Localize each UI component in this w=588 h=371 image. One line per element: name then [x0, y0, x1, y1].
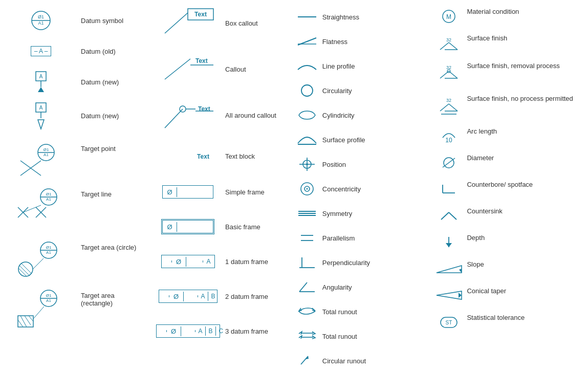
svg-line-52 [165, 109, 183, 128]
svg-line-110 [449, 212, 456, 220]
svg-line-81 [299, 282, 307, 292]
diameter-icon [433, 154, 464, 170]
countersink-row: Countersink [433, 207, 583, 226]
svg-text:A1: A1 [46, 250, 51, 255]
counterbore-label: Counterbore/ spotface [464, 181, 583, 188]
conical-taper-row: Conical taper [433, 287, 583, 305]
slope-row: Slope [433, 260, 583, 279]
svg-line-109 [441, 212, 449, 220]
target-point-icon: Ø1 A1 [5, 142, 77, 178]
depth-icon [433, 234, 464, 249]
callout-row: Text Callout [155, 54, 284, 84]
basic-frame-icon: Ø [155, 220, 221, 233]
svg-text:A: A [39, 74, 43, 79]
material-condition-label: Material condition [464, 8, 583, 15]
svg-text:Ø1: Ø1 [46, 245, 52, 250]
datum-new2-icon: A [5, 102, 77, 130]
svg-text:ST: ST [446, 320, 452, 325]
text-block-row: Text Text block [155, 146, 284, 166]
target-area-rect-icon: Ø1 A1 [5, 289, 77, 333]
svg-text:A1: A1 [38, 20, 43, 26]
symmetry-label: Symmetry [320, 210, 424, 217]
perpendicularity-label: Perpendicularity [320, 259, 424, 267]
datum-symbol-row: Ø1 A1 Datum symbol [5, 8, 144, 33]
svg-text:Text: Text [198, 105, 210, 113]
total-runout-icon [294, 305, 320, 318]
symmetry-row: Symmetry [294, 204, 424, 223]
svg-marker-115 [437, 291, 462, 299]
concentricity-icon [294, 181, 320, 197]
svg-line-49 [165, 59, 190, 79]
datum-frame-2-label: 2 datum frame [221, 293, 284, 300]
box-callout-row: Text Box callout [155, 8, 284, 38]
svg-text:10: 10 [446, 137, 453, 144]
angularity-icon [294, 280, 320, 294]
svg-point-73 [306, 188, 308, 190]
surface-finish-label: Surface finish [464, 34, 583, 42]
svg-line-100 [440, 104, 449, 111]
svg-line-41 [18, 320, 23, 327]
svg-text:Text: Text [194, 11, 207, 18]
arc-length-icon: 10 [433, 127, 464, 144]
datum-frame-3-row: Ø A B C 3 datum frame [155, 321, 284, 341]
total-runout2-row: Total runout [294, 327, 424, 345]
total-runout-row: Total runout [294, 302, 424, 321]
text-block-label: Text block [221, 152, 284, 160]
svg-line-34 [18, 268, 27, 276]
counterbore-icon [433, 181, 464, 196]
surface-finish-removal-icon: 32 [433, 62, 464, 84]
depth-row: Depth [433, 234, 583, 252]
svg-text:A1: A1 [46, 197, 51, 202]
arc-length-label: Arc length [464, 127, 583, 135]
svg-text:32: 32 [446, 37, 451, 42]
svg-text:M: M [446, 13, 451, 20]
datum-new1-icon: A [5, 69, 77, 95]
svg-line-91 [440, 42, 449, 50]
line-profile-row: Line profile [294, 57, 424, 75]
target-line-label: Target line [77, 188, 144, 198]
datum-old-icon: – A – [5, 46, 77, 56]
conical-taper-icon [433, 287, 464, 302]
box-callout-icon: Text [155, 8, 221, 38]
straightness-label: Straightness [320, 13, 424, 21]
simple-frame-row: Ø Simple frame [155, 182, 284, 202]
svg-marker-7 [38, 87, 44, 92]
svg-marker-11 [38, 120, 44, 129]
diameter-row: Diameter [433, 154, 583, 172]
surface-profile-icon [294, 133, 320, 146]
counterbore-row: Counterbore/ spotface [433, 181, 583, 199]
line-profile-icon [294, 60, 320, 72]
angularity-label: Angularity [320, 283, 424, 291]
all-around-callout-icon: Text [155, 100, 221, 130]
svg-line-46 [165, 13, 188, 33]
circular-runout-label: Circular runout [320, 357, 424, 365]
svg-text:Ø1: Ø1 [46, 293, 52, 298]
datum-old-row: – A – Datum (old) [5, 40, 144, 62]
circularity-label: Circularity [320, 87, 424, 95]
svg-marker-113 [437, 266, 462, 273]
basic-frame-label: Basic frame [221, 223, 284, 231]
datum-frame-1-label: 1 datum frame [221, 258, 284, 266]
callout-label: Callout [221, 66, 284, 73]
total-runout2-label: Total runout [320, 333, 424, 340]
svg-line-44 [29, 316, 33, 321]
flatness-icon [294, 36, 320, 47]
basic-frame-row: Ø Basic frame [155, 216, 284, 237]
flatness-label: Flatness [320, 38, 424, 46]
perpendicularity-row: Perpendicularity [294, 253, 424, 272]
datum-frame-3-icon: Ø A B C [155, 324, 221, 338]
svg-text:A1: A1 [43, 152, 49, 157]
target-area-circle-icon: Ø1 A1 [5, 241, 77, 279]
diameter-label: Diameter [464, 154, 583, 162]
datum-frame-1-row: Ø A 1 datum frame [155, 251, 284, 272]
svg-text:Ø1: Ø1 [46, 192, 52, 197]
concentricity-row: Concentricity [294, 180, 424, 198]
surface-finish-removal-row: 32 Surface finish, removal process [433, 62, 583, 86]
target-point-row: Ø1 A1 Target point [5, 137, 144, 178]
cylindricity-icon [294, 108, 320, 122]
simple-frame-icon: Ø [155, 185, 221, 199]
target-area-rect-row: Ø1 A1 Target area (rectangle) [5, 287, 144, 333]
svg-line-92 [449, 42, 458, 50]
perpendicularity-icon [294, 256, 320, 269]
target-area-rect-label: Target area (rectangle) [77, 289, 144, 307]
